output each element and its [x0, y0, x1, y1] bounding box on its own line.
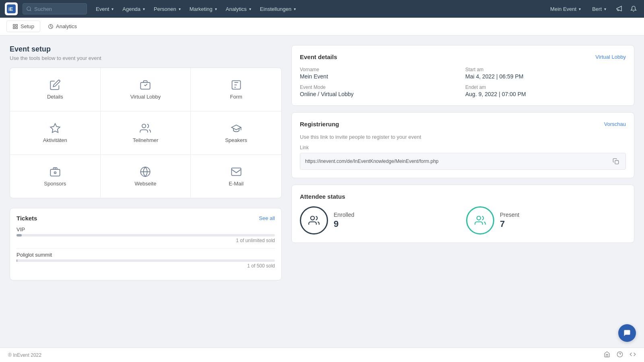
nav-right: Mein Event ▾ Bert ▾ — [546, 3, 639, 14]
mein-event-selector[interactable]: Mein Event ▾ — [546, 4, 585, 14]
setup-card-speakers[interactable]: Speakers — [191, 111, 281, 155]
setup-card-virtual-lobby[interactable]: Virtual Lobby — [101, 68, 191, 111]
detail-end: Endet am Aug. 9, 2022 | 07:00 PM — [465, 84, 626, 97]
megaphone-button[interactable] — [613, 3, 625, 14]
megaphone-icon — [616, 6, 622, 12]
link-label: Link — [300, 145, 626, 150]
chevron-down-icon: ▾ — [249, 7, 251, 11]
registration-subtitle: Use this link to invite people to regist… — [300, 134, 626, 140]
footer-icons — [604, 351, 636, 359]
detail-mode-value: Online / Virtual Lobby — [300, 91, 460, 97]
enrolled-value: 9 — [334, 219, 354, 229]
link-url-text: https://inevent.com/de/InEventKnowledge/… — [305, 158, 608, 164]
detail-mode-label: Event Mode — [300, 84, 460, 90]
setup-card-teilnehmer-label: Teilnehmer — [133, 137, 159, 143]
page-title: Event setup — [10, 45, 282, 53]
chevron-down-icon: ▾ — [579, 7, 581, 11]
detail-start-value: Mai 4, 2022 | 06:59 PM — [465, 73, 626, 80]
main-content: Event setup Use the tools below to event… — [0, 35, 644, 348]
setup-card-email-label: E-Mail — [229, 181, 244, 187]
link-box: https://inevent.com/de/InEventKnowledge/… — [300, 153, 626, 170]
page-subtitle: Use the tools below to event your event — [10, 55, 282, 61]
chevron-down-icon: ▾ — [604, 7, 606, 11]
svg-text:iE: iE — [8, 6, 13, 12]
setup-card-virtual-lobby-label: Virtual Lobby — [130, 94, 161, 100]
nav-items: Event ▾ Agenda ▾ Personen ▾ Marketing ▾ … — [92, 4, 545, 14]
attendee-status-title: Attendee status — [300, 193, 345, 200]
analytics-icon — [48, 24, 54, 29]
present-icon — [475, 215, 486, 226]
setup-card-speakers-label: Speakers — [225, 137, 247, 143]
svg-point-2 — [27, 7, 31, 10]
help-footer-button[interactable] — [617, 351, 623, 359]
code-icon — [630, 351, 636, 358]
chat-icon — [623, 329, 631, 337]
chevron-down-icon: ▾ — [215, 7, 217, 11]
chat-fab-button[interactable] — [618, 324, 636, 342]
present-card: Present 7 — [466, 206, 626, 234]
chevron-down-icon: ▾ — [294, 7, 296, 11]
home-footer-button[interactable] — [604, 351, 610, 359]
nav-item-analytics[interactable]: Analytics ▾ — [222, 4, 255, 14]
code-footer-button[interactable] — [630, 351, 636, 359]
vorschau-link[interactable]: Vorschau — [604, 121, 626, 127]
setup-card-webseite-label: Webseite — [135, 181, 157, 187]
present-value: 7 — [500, 219, 519, 229]
nav-item-event[interactable]: Event ▾ — [92, 4, 118, 14]
search-box[interactable] — [23, 3, 87, 14]
event-details-card: Event details Virtual Lobby Vorname Mein… — [291, 45, 634, 106]
setup-tab[interactable]: Setup — [6, 21, 40, 32]
detail-end-value: Aug. 9, 2022 | 07:00 PM — [465, 91, 626, 97]
setup-icon — [12, 24, 18, 29]
star-icon — [50, 123, 61, 134]
nav-item-marketing[interactable]: Marketing ▾ — [186, 4, 221, 14]
registration-title: Registrierung — [300, 121, 339, 128]
analytics-tab[interactable]: Analytics — [42, 21, 83, 32]
setup-card-webseite[interactable]: Webseite — [101, 155, 191, 198]
virtual-lobby-link[interactable]: Virtual Lobby — [595, 54, 626, 60]
footer-copyright: ® InEvent 2022 — [8, 352, 41, 358]
present-circle — [466, 206, 494, 234]
enrolled-icon — [308, 215, 320, 226]
event-details-grid: Vorname Mein Event Start am Mai 4, 2022 … — [300, 67, 626, 97]
attendee-status-header: Attendee status — [300, 193, 626, 200]
speaker-icon — [231, 123, 242, 134]
sponsors-icon — [50, 166, 61, 177]
nav-item-einstellungen[interactable]: Einstellungen ▾ — [256, 4, 300, 14]
home-icon — [604, 351, 610, 358]
chevron-down-icon: ▾ — [143, 7, 145, 11]
svg-rect-5 — [16, 27, 17, 29]
edit-icon — [50, 79, 61, 90]
setup-card-form[interactable]: Form — [191, 68, 281, 111]
search-input[interactable] — [34, 6, 83, 12]
enrolled-card: Enrolled 9 — [300, 206, 460, 234]
app-logo[interactable]: iE — [5, 2, 18, 15]
notification-button[interactable] — [628, 3, 639, 14]
setup-grid: Details Virtual Lobby Form — [10, 68, 282, 198]
setup-card-aktivitaeten[interactable]: Aktivitäten — [10, 111, 101, 155]
setup-card-sponsors[interactable]: Sponsors — [10, 155, 101, 198]
top-nav: iE Event ▾ Agenda ▾ Personen ▾ Marketing… — [0, 0, 644, 18]
see-all-link[interactable]: See all — [259, 215, 275, 221]
chevron-down-icon: ▾ — [111, 7, 114, 11]
detail-vorname-value: Mein Event — [300, 73, 460, 80]
tickets-section: Tickets See all VIP 1 of unlimited sold … — [10, 208, 282, 280]
user-menu[interactable]: Bert ▾ — [588, 4, 610, 14]
tickets-title: Tickets — [17, 215, 37, 222]
copy-icon — [613, 158, 619, 165]
ticket-count-poliglot: 1 of 500 sold — [17, 263, 275, 269]
detail-mode: Event Mode Online / Virtual Lobby — [300, 84, 460, 97]
setup-card-details[interactable]: Details — [10, 68, 101, 111]
attendee-status-grid: Enrolled 9 Present 7 — [300, 206, 626, 234]
detail-end-label: Endet am — [465, 84, 626, 90]
nav-item-agenda[interactable]: Agenda ▾ — [118, 4, 149, 14]
left-panel: Event setup Use the tools below to event… — [10, 45, 291, 338]
question-icon — [617, 351, 623, 358]
footer: ® InEvent 2022 — [0, 348, 644, 362]
registration-header: Registrierung Vorschau — [300, 121, 626, 128]
setup-card-teilnehmer[interactable]: Teilnehmer — [101, 111, 191, 155]
copy-link-button[interactable] — [611, 156, 621, 166]
setup-card-email[interactable]: E-Mail — [191, 155, 281, 198]
nav-item-personen[interactable]: Personen ▾ — [150, 4, 185, 14]
registration-card: Registrierung Vorschau Use this link to … — [291, 112, 634, 178]
